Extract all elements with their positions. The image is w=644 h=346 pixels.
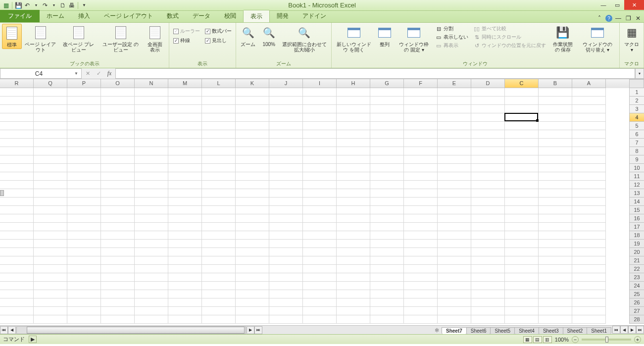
cell[interactable]	[34, 147, 67, 155]
cell[interactable]	[438, 223, 471, 231]
cell[interactable]	[101, 214, 135, 223]
cell[interactable]	[505, 282, 539, 290]
cell[interactable]	[168, 298, 202, 307]
save-icon[interactable]: 💾	[14, 1, 22, 9]
cell[interactable]	[370, 130, 404, 139]
cell[interactable]	[572, 231, 606, 240]
cell[interactable]	[337, 147, 370, 155]
cell[interactable]	[0, 265, 34, 273]
cell[interactable]	[67, 139, 101, 147]
scroll-right-end-icon[interactable]: ⏭	[254, 326, 262, 334]
cell[interactable]	[34, 290, 67, 298]
cell[interactable]	[572, 181, 606, 189]
cell[interactable]	[0, 164, 34, 172]
column-header[interactable]: O	[101, 79, 135, 88]
cell[interactable]	[67, 206, 101, 214]
cell[interactable]	[135, 147, 168, 155]
sheet-tab[interactable]: Sheet6	[466, 327, 491, 334]
cell[interactable]	[337, 155, 370, 164]
column-header[interactable]: C	[505, 79, 539, 88]
cell[interactable]	[303, 315, 337, 324]
cell[interactable]	[303, 113, 337, 122]
row-header[interactable]: 1	[629, 88, 644, 97]
cell[interactable]	[438, 113, 471, 122]
cell[interactable]	[34, 223, 67, 231]
cell[interactable]	[505, 290, 539, 298]
cell[interactable]	[269, 113, 303, 122]
cell[interactable]	[135, 172, 168, 181]
cell[interactable]	[572, 113, 606, 122]
column-header[interactable]: Q	[34, 79, 67, 88]
cell[interactable]	[135, 113, 168, 122]
cell[interactable]	[34, 265, 67, 273]
cell[interactable]	[505, 97, 539, 105]
cell[interactable]	[471, 130, 505, 139]
cell[interactable]	[67, 290, 101, 298]
cell[interactable]	[101, 88, 135, 97]
cell[interactable]	[34, 231, 67, 240]
sheet-tab[interactable]: Sheet1	[587, 327, 611, 334]
cell[interactable]	[101, 248, 135, 256]
cell[interactable]	[135, 265, 168, 273]
column-header[interactable]: G	[370, 79, 404, 88]
close-button[interactable]: ✕	[624, 0, 644, 10]
cell[interactable]	[471, 155, 505, 164]
cell[interactable]	[539, 240, 572, 248]
cell[interactable]	[539, 231, 572, 240]
cell[interactable]	[572, 240, 606, 248]
zoom-100-button[interactable]: 🔍100%	[259, 24, 279, 48]
cell[interactable]	[0, 88, 34, 97]
redo-icon[interactable]: ↷	[41, 1, 49, 9]
cell[interactable]	[236, 315, 269, 324]
scroll-left-icon[interactable]: ◀	[8, 326, 16, 334]
cell[interactable]	[67, 256, 101, 265]
cell[interactable]	[572, 282, 606, 290]
cell[interactable]	[572, 130, 606, 139]
cell[interactable]	[202, 198, 236, 206]
cell[interactable]	[404, 298, 438, 307]
cell[interactable]	[471, 122, 505, 130]
cell[interactable]	[505, 214, 539, 223]
cell[interactable]	[269, 240, 303, 248]
cell[interactable]	[34, 273, 67, 282]
cell[interactable]	[135, 290, 168, 298]
cell[interactable]	[202, 282, 236, 290]
cell[interactable]	[539, 256, 572, 265]
cell[interactable]	[168, 231, 202, 240]
cell[interactable]	[34, 307, 67, 315]
cell[interactable]	[0, 290, 34, 298]
cell[interactable]	[404, 105, 438, 113]
cell[interactable]	[236, 256, 269, 265]
cell[interactable]	[135, 139, 168, 147]
cell[interactable]	[471, 265, 505, 273]
cell[interactable]	[303, 130, 337, 139]
cell[interactable]	[67, 155, 101, 164]
cell[interactable]	[370, 172, 404, 181]
cell[interactable]	[404, 113, 438, 122]
row-header[interactable]: 17	[629, 223, 644, 231]
insert-sheet-button[interactable]: ✻	[432, 327, 442, 334]
cell[interactable]	[438, 139, 471, 147]
cell[interactable]	[67, 214, 101, 223]
cell[interactable]	[168, 282, 202, 290]
cell[interactable]	[471, 181, 505, 189]
cell[interactable]	[0, 97, 34, 105]
cell[interactable]	[539, 214, 572, 223]
cell[interactable]	[337, 97, 370, 105]
cell[interactable]	[236, 265, 269, 273]
cell[interactable]	[438, 298, 471, 307]
cell[interactable]	[404, 240, 438, 248]
cell[interactable]	[303, 265, 337, 273]
maximize-button[interactable]: ▭	[610, 0, 624, 10]
cell[interactable]	[337, 298, 370, 307]
cell[interactable]	[236, 298, 269, 307]
cell[interactable]	[0, 298, 34, 307]
cell[interactable]	[202, 298, 236, 307]
cell[interactable]	[370, 231, 404, 240]
cell[interactable]	[539, 105, 572, 113]
cell[interactable]	[67, 307, 101, 315]
cell[interactable]	[0, 282, 34, 290]
cell[interactable]	[34, 189, 67, 198]
cell[interactable]	[202, 231, 236, 240]
cell[interactable]	[168, 240, 202, 248]
